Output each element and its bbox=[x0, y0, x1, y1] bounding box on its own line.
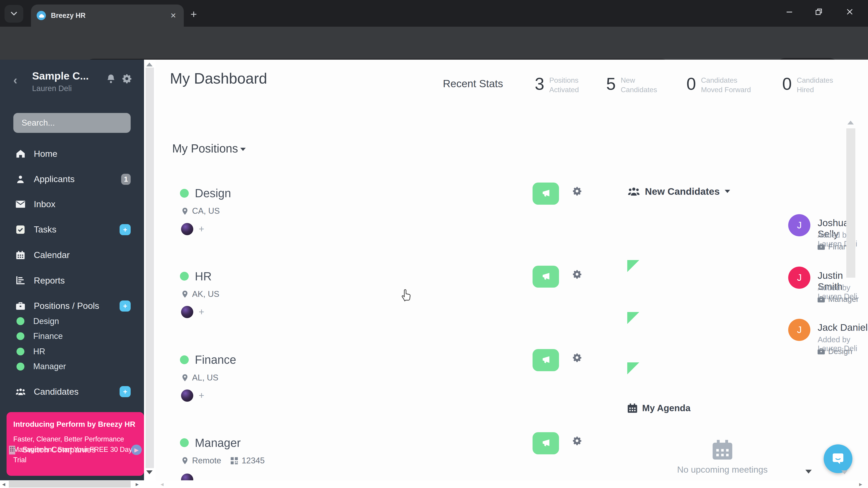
add-member-button[interactable]: + bbox=[199, 306, 204, 318]
location-pin-icon bbox=[181, 373, 189, 383]
scroll-down-icon[interactable] bbox=[841, 470, 848, 474]
megaphone-icon bbox=[541, 272, 551, 282]
company-user-name: Lauren Deli bbox=[32, 84, 72, 93]
settings-gear-icon[interactable] bbox=[122, 74, 132, 86]
building-icon bbox=[8, 445, 17, 455]
status-dot bbox=[17, 348, 24, 355]
page-title: My Dashboard bbox=[170, 70, 267, 87]
sidebar-collapse-button[interactable]: ‹ bbox=[13, 73, 18, 87]
sidebar-item-tasks[interactable]: Tasks + bbox=[0, 221, 144, 238]
sidebar-position-hr[interactable]: HR bbox=[0, 344, 144, 359]
stat-new-candidates: 5 NewCandidates bbox=[606, 75, 657, 95]
window-close-button[interactable] bbox=[846, 8, 854, 18]
sidebar-position-manager[interactable]: Manager bbox=[0, 359, 144, 374]
avatar[interactable] bbox=[181, 223, 193, 235]
window-restore-button[interactable] bbox=[815, 8, 823, 18]
reports-chart-icon bbox=[16, 276, 26, 285]
tasks-add-badge[interactable]: + bbox=[120, 224, 131, 235]
tab-search-button[interactable] bbox=[4, 5, 23, 23]
home-icon bbox=[16, 149, 26, 158]
empty-calendar-icon bbox=[712, 439, 733, 462]
screen: Breezy HR ✕ + app.breezy.hr/app/c/sample… bbox=[0, 0, 868, 488]
help-chat-button[interactable] bbox=[824, 445, 852, 473]
sidebar-position-design[interactable]: Design bbox=[0, 314, 144, 329]
breezy-favicon-icon bbox=[37, 11, 46, 20]
browser-toolbar: app.breezy.hr/app/c/sample-company/home … bbox=[0, 27, 868, 60]
briefcase-icon bbox=[16, 302, 26, 310]
sidebar-search-input[interactable] bbox=[13, 113, 131, 133]
task-check-icon bbox=[16, 225, 26, 234]
add-member-button[interactable]: + bbox=[199, 224, 204, 234]
positions-add-badge[interactable]: + bbox=[120, 300, 131, 312]
dashboard-main: My Dashboard Recent Stats 3 PositionsAct… bbox=[156, 60, 868, 480]
new-tab-button[interactable]: + bbox=[190, 8, 197, 20]
person-icon bbox=[16, 175, 26, 184]
position-row-design[interactable]: Design bbox=[180, 186, 231, 200]
sidebar-item-calendar[interactable]: Calendar bbox=[0, 247, 144, 263]
sidebar-position-finance[interactable]: Finance bbox=[0, 329, 144, 344]
scroll-down-icon[interactable] bbox=[805, 470, 812, 474]
advertise-position-button[interactable] bbox=[532, 432, 559, 454]
scroll-down-icon[interactable] bbox=[146, 470, 153, 474]
position-settings-icon[interactable] bbox=[572, 353, 582, 364]
main-scrollbar-thumb[interactable] bbox=[846, 128, 855, 278]
position-location: CA, US bbox=[181, 206, 220, 216]
avatar[interactable] bbox=[181, 390, 193, 402]
candidate-avatar[interactable]: J bbox=[788, 319, 810, 341]
location-pin-icon bbox=[181, 456, 189, 465]
avatar[interactable] bbox=[181, 306, 193, 318]
sidebar-item-reports[interactable]: Reports bbox=[0, 272, 144, 289]
status-dot bbox=[17, 317, 24, 325]
scroll-left-icon[interactable]: ◂ bbox=[160, 480, 164, 488]
window-minimize-button[interactable] bbox=[785, 8, 793, 18]
new-candidate-flag bbox=[627, 260, 639, 272]
sidebar-item-applicants[interactable]: Applicants 1 bbox=[0, 171, 144, 188]
megaphone-icon bbox=[541, 355, 551, 365]
position-row-finance[interactable]: Finance bbox=[180, 353, 236, 366]
sidebar-item-candidates[interactable]: Candidates + bbox=[0, 383, 144, 400]
switch-companies-arrow-button[interactable]: ▶ bbox=[131, 445, 142, 455]
people-icon bbox=[16, 388, 26, 396]
scroll-right-icon[interactable]: ▸ bbox=[135, 480, 139, 488]
envelope-icon bbox=[16, 201, 26, 208]
sidebar-item-positions-pools[interactable]: Positions / Pools + bbox=[0, 298, 144, 314]
position-settings-icon[interactable] bbox=[572, 186, 582, 198]
recent-stats-label: Recent Stats bbox=[443, 77, 503, 90]
advertise-position-button[interactable] bbox=[532, 349, 559, 371]
sidebar: ‹ Sample C... Lauren Deli Home Applicant… bbox=[0, 60, 144, 488]
position-settings-icon[interactable] bbox=[572, 436, 582, 448]
switch-companies-item[interactable]: Switch Companies ▶ bbox=[8, 443, 144, 457]
megaphone-icon bbox=[541, 189, 551, 198]
position-team bbox=[181, 474, 193, 480]
add-member-button[interactable]: + bbox=[199, 390, 204, 401]
company-name[interactable]: Sample C... bbox=[32, 70, 89, 82]
candidate-name[interactable]: Jack Daniel bbox=[817, 322, 868, 333]
tab-close-icon[interactable]: ✕ bbox=[168, 11, 178, 20]
candidate-avatar[interactable]: J bbox=[788, 214, 810, 236]
position-row-manager[interactable]: Manager bbox=[180, 436, 241, 450]
position-row-hr[interactable]: HR bbox=[180, 269, 212, 283]
my-positions-header[interactable]: My Positions bbox=[172, 142, 246, 155]
scroll-up-icon[interactable] bbox=[146, 63, 153, 66]
scroll-up-icon[interactable] bbox=[847, 121, 854, 125]
status-dot bbox=[17, 363, 24, 370]
advertise-position-button[interactable] bbox=[532, 266, 559, 288]
notifications-bell-icon[interactable] bbox=[106, 74, 116, 86]
candidate-avatar[interactable]: J bbox=[788, 267, 810, 289]
horizontal-scrollbar[interactable]: ◂ ▸ ◂ ▸ bbox=[0, 480, 868, 488]
briefcase-icon bbox=[817, 243, 825, 250]
scroll-right-icon[interactable]: ▸ bbox=[859, 480, 862, 488]
new-candidates-header[interactable]: New Candidates bbox=[628, 186, 730, 197]
sidebar-item-inbox[interactable]: Inbox bbox=[0, 196, 144, 213]
avatar[interactable] bbox=[181, 474, 193, 480]
position-settings-icon[interactable] bbox=[572, 269, 582, 281]
stat-candidates-moved-forward: 0 CandidatesMoved Forward bbox=[686, 75, 751, 95]
horizontal-scrollbar-thumb[interactable] bbox=[9, 481, 131, 487]
advertise-position-button[interactable] bbox=[532, 183, 559, 205]
browser-tab[interactable]: Breezy HR ✕ bbox=[31, 4, 184, 27]
candidates-add-badge[interactable]: + bbox=[120, 386, 131, 397]
sidebar-item-home[interactable]: Home bbox=[0, 145, 144, 162]
sidebar-scrollbar-thumb[interactable] bbox=[146, 68, 154, 468]
stat-positions-activated: 3 PositionsActivated bbox=[535, 75, 579, 95]
scroll-left-icon[interactable]: ◂ bbox=[2, 480, 5, 488]
